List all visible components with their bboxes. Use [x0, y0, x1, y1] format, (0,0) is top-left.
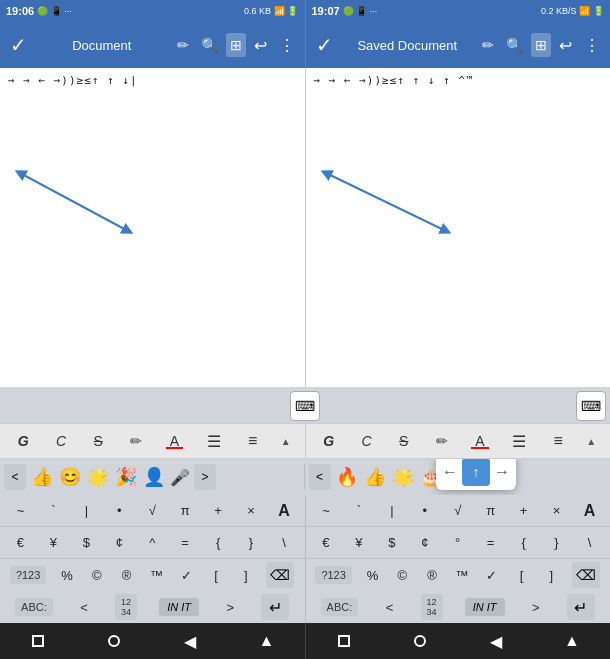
pen-button-right[interactable]: ✏: [478, 33, 498, 57]
emoji-star-left[interactable]: 🌟: [86, 465, 110, 489]
nav-up-right[interactable]: ▲: [557, 626, 587, 656]
undo-button-left[interactable]: ↩: [250, 32, 271, 59]
nav-circle-right[interactable]: [405, 626, 435, 656]
list2-btn-left[interactable]: ≡: [244, 430, 261, 452]
pencil-btn-left[interactable]: ✏: [126, 431, 146, 451]
sym-cent-left[interactable]: ¢: [110, 535, 128, 550]
sym-backslash-right[interactable]: \: [580, 535, 598, 550]
num34-left[interactable]: 1234: [115, 594, 137, 620]
popup-up-arrow[interactable]: ↑: [462, 459, 490, 486]
sym-bullet-left[interactable]: •: [110, 503, 128, 518]
nav-back-left[interactable]: ◀: [175, 626, 205, 656]
undo-button-right[interactable]: ↩: [555, 32, 576, 59]
sym-A-right[interactable]: A: [580, 502, 598, 520]
popup-left-arrow[interactable]: ←: [442, 463, 458, 481]
sym-pi-right[interactable]: π: [482, 503, 500, 518]
nav-square-right[interactable]: [329, 626, 359, 656]
search-button-left[interactable]: 🔍: [197, 33, 222, 57]
copyright-left[interactable]: ©: [88, 568, 106, 583]
sym-dollar-right[interactable]: $: [383, 535, 401, 550]
backspace-right[interactable]: ⌫: [572, 562, 600, 588]
emoji-smile-left[interactable]: 😊: [58, 465, 82, 489]
sym-degree-right[interactable]: °: [449, 535, 467, 550]
emoji-party-left[interactable]: 🎉: [114, 465, 138, 489]
nav-circle-left[interactable]: [99, 626, 129, 656]
italic-btn-left[interactable]: C: [52, 431, 70, 451]
keyboard-handle-btn-right[interactable]: ⌨: [576, 391, 606, 421]
gt-right[interactable]: >: [527, 600, 545, 615]
emoji-thumbs-right[interactable]: 👍: [363, 465, 387, 489]
check-left[interactable]: ✓: [177, 568, 195, 583]
emoji-fire-right[interactable]: 🔥: [335, 465, 359, 489]
sym-lbrace-right[interactable]: {: [515, 535, 533, 550]
sym-backslash-left[interactable]: \: [275, 535, 293, 550]
more-button-left[interactable]: ⋮: [275, 32, 299, 59]
sym-euro-right[interactable]: €: [317, 535, 335, 550]
abc-btn-left[interactable]: ABC:: [15, 598, 53, 616]
sym-bullet-right[interactable]: •: [416, 503, 434, 518]
pen-button-left[interactable]: ✏: [173, 33, 193, 57]
search-button-right[interactable]: 🔍: [502, 33, 527, 57]
bold-btn-right[interactable]: G: [319, 431, 338, 451]
sym-tilde-right[interactable]: ~: [317, 503, 335, 518]
list-btn-right[interactable]: ☰: [508, 430, 530, 453]
registered-right[interactable]: ®: [423, 568, 441, 583]
in-it-btn-right[interactable]: IN IT: [465, 598, 505, 616]
sym-yen-right[interactable]: ¥: [350, 535, 368, 550]
copyright-right[interactable]: ©: [393, 568, 411, 583]
num-toggle-right[interactable]: ?123: [315, 566, 351, 584]
rbracket-left[interactable]: ]: [237, 568, 255, 583]
keyboard-handle-right[interactable]: ⌨: [576, 391, 606, 421]
sym-lbrace-left[interactable]: {: [209, 535, 227, 550]
sym-dollar-left[interactable]: $: [77, 535, 95, 550]
sym-pipe-right[interactable]: |: [383, 503, 401, 518]
sym-tilde-left[interactable]: ~: [11, 503, 29, 518]
sym-times-right[interactable]: ×: [548, 503, 566, 518]
emoji-star-right[interactable]: 🌟: [391, 465, 415, 489]
sym-sqrt-right[interactable]: √: [449, 503, 467, 518]
bold-btn-left[interactable]: G: [14, 431, 33, 451]
doc-pane-right[interactable]: → → ← →))≥≤↑ ↑ ↓ ↑ ^™: [306, 68, 611, 387]
lbracket-left[interactable]: [: [207, 568, 225, 583]
sym-plus-right[interactable]: +: [515, 503, 533, 518]
check-right[interactable]: ✓: [483, 568, 501, 583]
sym-pi-left[interactable]: π: [176, 503, 194, 518]
in-it-btn-left[interactable]: IN IT: [159, 598, 199, 616]
sym-caret-left[interactable]: ^: [143, 535, 161, 550]
sym-pipe-left[interactable]: |: [77, 503, 95, 518]
abc-btn-right[interactable]: ABC:: [321, 598, 359, 616]
pencil-btn-right[interactable]: ✏: [432, 431, 452, 451]
nav-up-left[interactable]: ▲: [251, 626, 281, 656]
backspace-left[interactable]: ⌫: [266, 562, 294, 588]
sym-plus-left[interactable]: +: [209, 503, 227, 518]
gt-left[interactable]: >: [221, 600, 239, 615]
popup-right-arrow[interactable]: →: [494, 463, 510, 481]
strike-btn-left[interactable]: S: [90, 431, 107, 451]
sym-rbrace-right[interactable]: }: [548, 535, 566, 550]
sym-times-left[interactable]: ×: [242, 503, 260, 518]
nav-back-right[interactable]: ◀: [481, 626, 511, 656]
doc-button-right[interactable]: ⊞: [531, 33, 551, 57]
strike-btn-right[interactable]: S: [395, 431, 412, 451]
sym-cent-right[interactable]: ¢: [416, 535, 434, 550]
nav-square-left[interactable]: [23, 626, 53, 656]
enter-right[interactable]: ↵: [567, 594, 595, 620]
sym-yen-left[interactable]: ¥: [44, 535, 62, 550]
list2-btn-right[interactable]: ≡: [550, 430, 567, 452]
sym-equals-right[interactable]: =: [482, 535, 500, 550]
emoji-person-left[interactable]: 👤: [142, 465, 166, 489]
sym-backtick-right[interactable]: `: [350, 503, 368, 518]
lt-left[interactable]: <: [75, 600, 93, 615]
emoji-thumbs-left[interactable]: 👍: [30, 465, 54, 489]
sym-euro-left[interactable]: €: [11, 535, 29, 550]
tm-left[interactable]: ™: [147, 568, 165, 583]
lt-right[interactable]: <: [380, 600, 398, 615]
sym-A-left[interactable]: A: [275, 502, 293, 520]
mic-btn-left[interactable]: 🎤: [170, 468, 190, 487]
sym-sqrt-left[interactable]: √: [143, 503, 161, 518]
doc-button-left[interactable]: ⊞: [226, 33, 246, 57]
pct-left[interactable]: %: [58, 568, 76, 583]
num34-right[interactable]: 1234: [421, 594, 443, 620]
num-toggle-left[interactable]: ?123: [10, 566, 46, 584]
pct-right[interactable]: %: [364, 568, 382, 583]
